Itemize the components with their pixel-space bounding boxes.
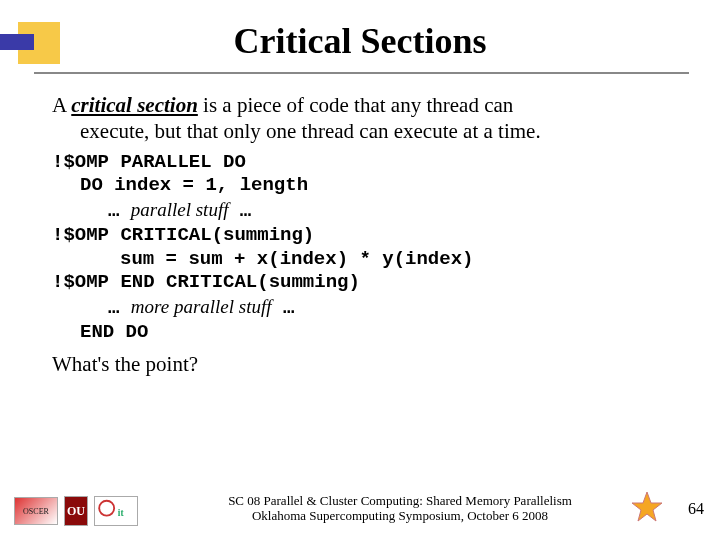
title-underline [34,72,689,74]
page-number: 64 [688,500,704,518]
code-line-3: … parallel stuff … [52,198,672,224]
intro-rest: is a piece of code that any thread can [198,93,513,117]
footer: OSCER OU it SC 08 Parallel & Cluster Com… [0,482,720,530]
term-critical-section: critical section [71,93,198,117]
intro-prefix: A [52,93,71,117]
code-l7-pre: … [108,297,131,319]
code-block: !$OMP PARALLEL DO DO index = 1, length …… [52,151,672,345]
code-l3-pre: … [108,200,131,222]
code-l3-post: … [228,200,251,222]
ou-logo-icon: OU [64,496,88,526]
code-line-6: !$OMP END CRITICAL(summing) [52,271,672,295]
code-l7-comment: more parallel stuff [131,296,272,317]
slide-title: Critical Sections [0,20,720,62]
code-line-5: sum = sum + x(index) * y(index) [52,248,672,272]
it-text: it [118,508,125,518]
content-area: A critical section is a piece of code th… [52,92,672,377]
star-logo-icon [630,490,664,524]
footer-line2: Oklahoma Supercomputing Symposium, Octob… [200,508,600,524]
code-line-4: !$OMP CRITICAL(summing) [52,224,672,248]
svg-marker-1 [632,492,662,521]
intro-line2: execute, but that only one thread can ex… [52,118,672,144]
code-line-7: … more parallel stuff … [52,295,672,321]
code-line-2: DO index = 1, length [52,174,672,198]
footer-text: SC 08 Parallel & Cluster Computing: Shar… [200,493,600,524]
footer-logos: OSCER OU it [14,496,138,526]
code-line-1: !$OMP PARALLEL DO [52,151,672,175]
oscer-logo-icon: OSCER [14,497,58,525]
intro-paragraph: A critical section is a piece of code th… [52,92,672,145]
code-line-8: END DO [52,321,672,345]
code-l7-post: … [272,297,295,319]
it-logo-icon: it [94,496,138,526]
code-l3-comment: parallel stuff [131,199,229,220]
closing-question: What's the point? [52,351,672,377]
svg-point-0 [99,501,114,516]
footer-line1: SC 08 Parallel & Cluster Computing: Shar… [200,493,600,509]
